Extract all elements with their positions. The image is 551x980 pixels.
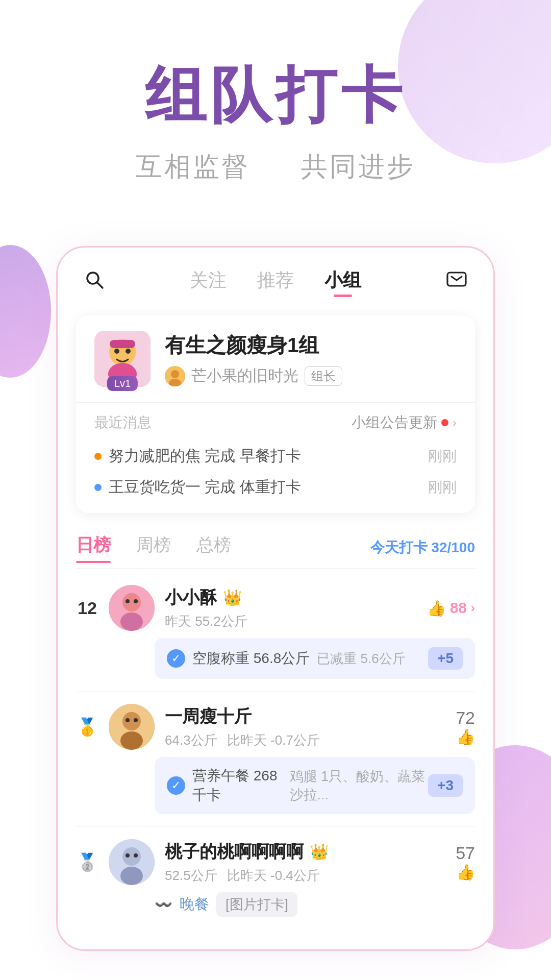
group-avatar: Lv1 — [94, 331, 151, 387]
subtitle: 互相监督 共同进步 — [41, 149, 510, 185]
ranking-tabs-row: 日榜 周榜 总榜 今天打卡 32/100 — [76, 523, 475, 568]
like-num-3: 57 — [456, 843, 475, 863]
ranking-item-1-top: 12 小小酥 👑 昨天 55.2公斤 — [76, 585, 475, 631]
checkin-label-1: 空腹称重 56.8公斤 — [192, 649, 310, 668]
rank-sub-1: 昨天 55.2公斤 — [165, 614, 247, 629]
group-name: 有生之颜瘦身1组 — [165, 331, 457, 359]
message-item-2: 王豆货吃货一 完成 体重打卡 刚刚 — [94, 472, 457, 503]
message-text-1: 努力减肥的焦 完成 早餐打卡 — [109, 446, 428, 467]
meal-label-2: 营养午餐 268千卡 — [192, 766, 283, 805]
tab-recommend[interactable]: 推荐 — [257, 268, 294, 293]
leader-tag: 组长 — [305, 366, 342, 386]
red-dot — [441, 419, 448, 426]
tab-total[interactable]: 总榜 — [196, 533, 231, 562]
svg-point-7 — [126, 349, 131, 354]
rank-sub-2: 64.3公斤 比昨天 -0.7公斤 — [165, 732, 320, 748]
group-card[interactable]: Lv1 有生之颜瘦身1组 芒小果的旧时光 组长 — [76, 315, 475, 513]
message-item-1: 努力减肥的焦 完成 早餐打卡 刚刚 — [94, 440, 457, 472]
svg-point-13 — [122, 593, 141, 611]
ranking-section: 日榜 周榜 总榜 今天打卡 32/100 12 — [76, 523, 475, 929]
dinner-label: 晚餐 — [180, 894, 209, 915]
rank-info-3: 桃子的桃啊啊啊啊 👑 52.5公斤 比昨天 -0.4公斤 — [165, 840, 445, 885]
rank-info-1: 小小酥 👑 昨天 55.2公斤 — [165, 586, 417, 630]
ranking-item-3[interactable]: 🥈 桃子的桃啊啊啊啊 👑 52 — [76, 827, 475, 929]
chevron-right-icon: › — [453, 415, 457, 430]
messages-section: 最近消息 小组公告更新 › 努力减肥的焦 完成 早餐打卡 刚刚 王豆货吃货一 完… — [76, 402, 475, 513]
rank-likes-1[interactable]: 👍 88 › — [427, 599, 475, 617]
ranking-item-3-top: 🥈 桃子的桃啊啊啊啊 👑 52 — [76, 839, 475, 885]
checkin-card-1[interactable]: ✓ 空腹称重 56.8公斤 已减重 5.6公斤 +5 — [155, 638, 475, 679]
ranking-total: 100 — [451, 540, 475, 555]
bg-decoration-left — [0, 245, 51, 378]
meal-card-content-2: ✓ 营养午餐 268千卡 鸡腿 1只、酸奶、蔬菜沙拉... — [167, 766, 428, 805]
like-icon-1: 👍 — [427, 599, 446, 617]
meal-card-2[interactable]: ✓ 营养午餐 268千卡 鸡腿 1只、酸奶、蔬菜沙拉... +3 — [155, 757, 475, 814]
rank-name-row-1: 小小酥 👑 — [165, 586, 417, 609]
ranking-tabs-left: 日榜 周榜 总榜 — [76, 533, 231, 562]
announcement-link[interactable]: 小组公告更新 › — [352, 413, 457, 432]
svg-rect-8 — [110, 340, 135, 348]
group-info: 有生之颜瘦身1组 芒小果的旧时光 组长 — [165, 331, 457, 386]
rank-likes-count-2[interactable]: 72 👍 — [456, 708, 475, 746]
message-time-2: 刚刚 — [428, 478, 457, 497]
message-text-2: 王豆货吃货一 完成 体重打卡 — [109, 477, 428, 498]
checkin-sub-1: 已减重 5.6公斤 — [317, 650, 405, 668]
svg-point-16 — [134, 599, 138, 603]
check-circle-2: ✓ — [167, 776, 185, 795]
checkin-plus-1[interactable]: +5 — [428, 647, 463, 670]
ranking-item-1[interactable]: 12 小小酥 👑 昨天 55.2公斤 — [76, 573, 475, 692]
rank-info-2: 一周瘦十斤 64.3公斤 比昨天 -0.7公斤 — [165, 705, 445, 749]
level-badge: Lv1 — [107, 376, 138, 391]
ranking-today-count: 32 — [431, 540, 447, 555]
rank-avatar-1 — [109, 585, 155, 631]
svg-point-6 — [114, 349, 119, 354]
message-time-1: 刚刚 — [428, 447, 457, 466]
meal-plus-2[interactable]: +3 — [428, 774, 463, 797]
rank-avatar-3 — [109, 839, 155, 885]
tab-weekly[interactable]: 周榜 — [136, 533, 171, 562]
header-section: 组队打卡 互相监督 共同进步 — [0, 0, 551, 215]
check-circle-1: ✓ — [167, 649, 185, 668]
svg-point-24 — [120, 867, 143, 885]
announcement-text: 小组公告更新 — [352, 413, 437, 432]
meal-extra-2: 鸡腿 1只、酸奶、蔬菜沙拉... — [290, 767, 428, 804]
like-thumb-2: 👍 — [456, 728, 475, 746]
group-leader-row: 芒小果的旧时光 组长 — [165, 365, 457, 386]
ranking-item-2-top: 🥇 一周瘦十斤 64.3公斤 比 — [76, 704, 475, 750]
rank-name-row-2: 一周瘦十斤 — [165, 705, 445, 728]
svg-rect-2 — [447, 273, 466, 286]
svg-point-23 — [122, 847, 141, 866]
tab-follow[interactable]: 关注 — [190, 268, 227, 293]
svg-point-19 — [120, 731, 143, 750]
dot-orange-1 — [94, 453, 102, 460]
main-title: 组队打卡 — [41, 61, 510, 129]
tab-daily[interactable]: 日榜 — [76, 533, 111, 562]
like-arrow-1: › — [471, 601, 475, 615]
medal-icon-3: 🥈 — [76, 852, 98, 872]
svg-point-14 — [120, 612, 143, 631]
dinner-tag: [图片打卡] — [216, 892, 297, 917]
crown-icon-3: 👑 — [310, 843, 329, 861]
like-thumb-3: 👍 — [456, 863, 475, 881]
rank-name-row-3: 桃子的桃啊啊啊啊 👑 — [165, 840, 445, 864]
phone-mockup: 关注 推荐 小组 — [56, 246, 495, 951]
rank-likes-count-3[interactable]: 57 👍 — [456, 843, 475, 881]
leader-name: 芒小果的旧时光 — [191, 365, 298, 386]
nav-bar: 关注 推荐 小组 — [58, 248, 493, 305]
rank-name-3: 桃子的桃啊啊啊啊 — [165, 840, 304, 864]
svg-point-26 — [134, 853, 138, 857]
messages-header: 最近消息 小组公告更新 › — [94, 413, 457, 432]
search-icon[interactable] — [83, 268, 106, 293]
rank-number-1: 12 — [76, 598, 98, 618]
nav-tabs: 关注 推荐 小组 — [190, 268, 361, 293]
dot-blue-2 — [94, 484, 102, 491]
ranking-item-2[interactable]: 🥇 一周瘦十斤 64.3公斤 比 — [76, 692, 475, 827]
message-icon[interactable] — [445, 268, 468, 293]
tab-group[interactable]: 小组 — [324, 268, 361, 293]
rank-name-1: 小小酥 — [165, 586, 217, 609]
medal-icon-2: 🥇 — [76, 717, 98, 737]
ranking-count: 今天打卡 32/100 — [370, 538, 475, 557]
ranking-divider — [76, 568, 475, 569]
subtitle-left: 互相监督 — [136, 149, 250, 185]
leader-avatar — [165, 366, 185, 386]
